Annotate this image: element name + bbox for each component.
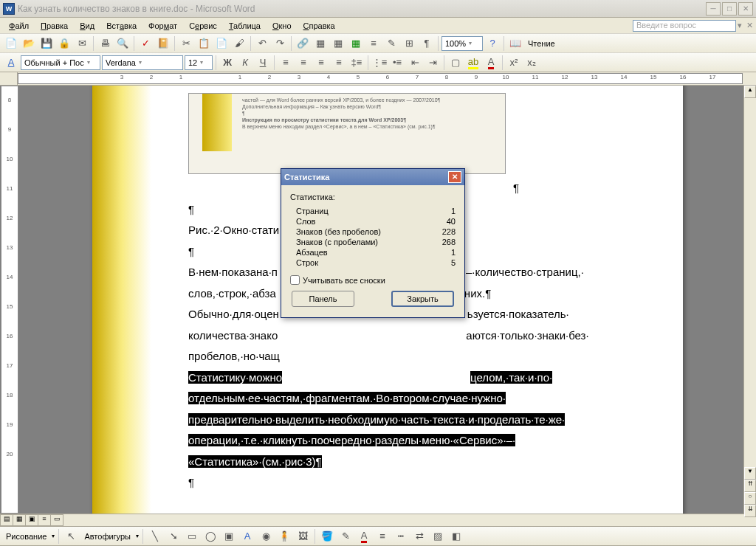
dash-style-icon[interactable]: ┅ — [393, 528, 409, 545]
prev-page-icon[interactable]: ⇈ — [744, 480, 756, 492]
underline-icon[interactable]: Ч — [255, 55, 271, 71]
doc-map-icon[interactable]: ⊞ — [401, 35, 417, 52]
save-icon[interactable]: 💾 — [38, 35, 55, 52]
close-button[interactable]: ✕ — [738, 2, 753, 15]
bold-icon[interactable]: Ж — [219, 55, 236, 71]
copy-icon[interactable]: 📋 — [196, 35, 212, 52]
decrease-indent-icon[interactable]: ⇤ — [407, 55, 423, 71]
arrow-icon[interactable]: ➘ — [165, 528, 182, 545]
footnotes-checkbox[interactable] — [290, 275, 300, 285]
fill-color-icon[interactable]: 🪣 — [319, 528, 335, 545]
3d-icon[interactable]: ◧ — [448, 528, 464, 545]
tables-borders-icon[interactable]: ▦ — [312, 35, 329, 52]
new-doc-icon[interactable]: 📄 — [3, 35, 19, 52]
browse-object-icon[interactable]: ○ — [744, 492, 756, 505]
menu-file[interactable]: Файл — [3, 20, 35, 32]
line-color-icon[interactable]: ✎ — [337, 528, 354, 545]
dialog-titlebar[interactable]: Статистика ✕ — [281, 169, 464, 185]
menu-table[interactable]: Таблица — [223, 20, 267, 32]
align-right-icon[interactable]: ≡ — [313, 55, 329, 71]
close-doc-button[interactable]: ✕ — [746, 21, 753, 30]
outline-view-icon[interactable]: ≡ — [38, 514, 51, 526]
dialog-close-icon[interactable]: ✕ — [448, 171, 461, 183]
help-question-input[interactable]: Введите вопрос — [633, 20, 736, 32]
highlight-icon[interactable]: ab — [465, 55, 481, 71]
spellcheck-icon[interactable]: ✓ — [137, 35, 154, 52]
line-icon[interactable]: ╲ — [147, 528, 163, 545]
wordart-icon[interactable]: A — [239, 528, 255, 545]
help-icon[interactable]: ? — [484, 35, 501, 52]
drawing-icon[interactable]: ✎ — [383, 35, 399, 52]
menu-help[interactable]: Справка — [298, 20, 341, 32]
zoom-dropdown[interactable]: 100% — [441, 36, 483, 51]
ruler-vertical[interactable]: 891011121314151617181920 — [1, 86, 18, 514]
print-icon[interactable]: 🖶 — [97, 35, 113, 52]
horizontal-scrollbar[interactable] — [63, 514, 756, 526]
rectangle-icon[interactable]: ▭ — [184, 528, 200, 545]
selected-text[interactable]: Статистику·можно — [188, 371, 282, 384]
font-color-draw-icon[interactable]: А — [356, 528, 372, 545]
justify-icon[interactable]: ≡ — [331, 55, 347, 71]
subscript-icon[interactable]: x₂ — [523, 55, 540, 71]
web-view-icon[interactable]: ▦ — [13, 514, 26, 526]
hyperlink-icon[interactable]: 🔗 — [295, 35, 311, 52]
menu-window[interactable]: Окно — [267, 20, 298, 32]
menu-tools[interactable]: Сервис — [183, 20, 223, 32]
normal-view-icon[interactable]: ▤ — [0, 514, 13, 526]
format-painter-icon[interactable]: 🖌 — [231, 35, 247, 52]
borders-icon[interactable]: ▢ — [447, 55, 464, 71]
superscript-icon[interactable]: x² — [506, 55, 522, 71]
permission-icon[interactable]: 🔒 — [56, 35, 72, 52]
menu-dropdown-icon[interactable]: ▾ — [738, 21, 742, 30]
reading-view-icon[interactable]: ▭ — [50, 514, 63, 526]
size-dropdown[interactable]: 12 — [185, 55, 213, 70]
minimize-button[interactable]: ─ — [706, 2, 721, 15]
align-left-icon[interactable]: ≡ — [278, 55, 294, 71]
columns-icon[interactable]: ≡ — [365, 35, 382, 52]
italic-icon[interactable]: К — [237, 55, 253, 71]
insert-table-icon[interactable]: ▦ — [330, 35, 346, 52]
select-objects-icon[interactable]: ↖ — [63, 528, 79, 545]
align-center-icon[interactable]: ≡ — [295, 55, 312, 71]
next-page-icon[interactable]: ⇊ — [744, 505, 756, 517]
open-icon[interactable]: 📂 — [21, 35, 37, 52]
redo-icon[interactable]: ↷ — [272, 35, 288, 52]
cut-icon[interactable]: ✂ — [178, 35, 194, 52]
bulleted-list-icon[interactable]: •≡ — [389, 55, 405, 71]
shadow-icon[interactable]: ▨ — [430, 528, 446, 545]
reading-layout-icon[interactable]: 📖 — [507, 35, 523, 52]
excel-icon[interactable]: ▦ — [348, 35, 364, 52]
maximize-button[interactable]: □ — [722, 2, 737, 15]
textbox-icon[interactable]: ▣ — [221, 528, 237, 545]
styles-pane-icon[interactable]: А — [3, 55, 19, 71]
scroll-down-icon[interactable]: ▼ — [744, 467, 756, 480]
print-preview-icon[interactable]: 🔍 — [114, 35, 131, 52]
picture-icon[interactable]: 🖼 — [295, 528, 311, 545]
email-icon[interactable]: ✉ — [74, 35, 90, 52]
menu-format[interactable]: Формат — [142, 20, 183, 32]
paste-icon[interactable]: 📄 — [213, 35, 230, 52]
drawing-menu[interactable]: Рисование — [3, 532, 49, 541]
close-button[interactable]: Закрыть — [391, 291, 454, 307]
reading-label[interactable]: Чтение — [525, 39, 558, 48]
menu-edit[interactable]: Правка — [35, 20, 74, 32]
line-style-icon[interactable]: ≡ — [374, 528, 391, 545]
vertical-scrollbar[interactable]: ▲ ▼ ⇈ ○ ⇊ — [743, 86, 756, 514]
oval-icon[interactable]: ◯ — [202, 528, 219, 545]
increase-indent-icon[interactable]: ⇥ — [425, 55, 441, 71]
ruler-h[interactable]: 3211234567891011121314151617 — [18, 73, 743, 84]
menu-view[interactable]: Вид — [74, 20, 100, 32]
arrow-style-icon[interactable]: ⇄ — [411, 528, 427, 545]
diagram-icon[interactable]: ◉ — [258, 528, 274, 545]
line-spacing-icon[interactable]: ‡≡ — [348, 55, 365, 71]
clipart-icon[interactable]: 🧍 — [276, 528, 292, 545]
show-marks-icon[interactable]: ¶ — [419, 35, 435, 52]
font-dropdown[interactable]: Verdana — [102, 55, 183, 70]
research-icon[interactable]: 📔 — [155, 35, 171, 52]
menu-insert[interactable]: Вставка — [100, 20, 142, 32]
style-dropdown[interactable]: Обычный + Пос — [21, 55, 100, 70]
numbered-list-icon[interactable]: ⋮≡ — [371, 55, 388, 71]
print-view-icon[interactable]: ▣ — [25, 514, 38, 526]
panel-button[interactable]: Панель — [292, 291, 354, 307]
autoshapes-menu[interactable]: Автофигуры — [81, 532, 134, 541]
